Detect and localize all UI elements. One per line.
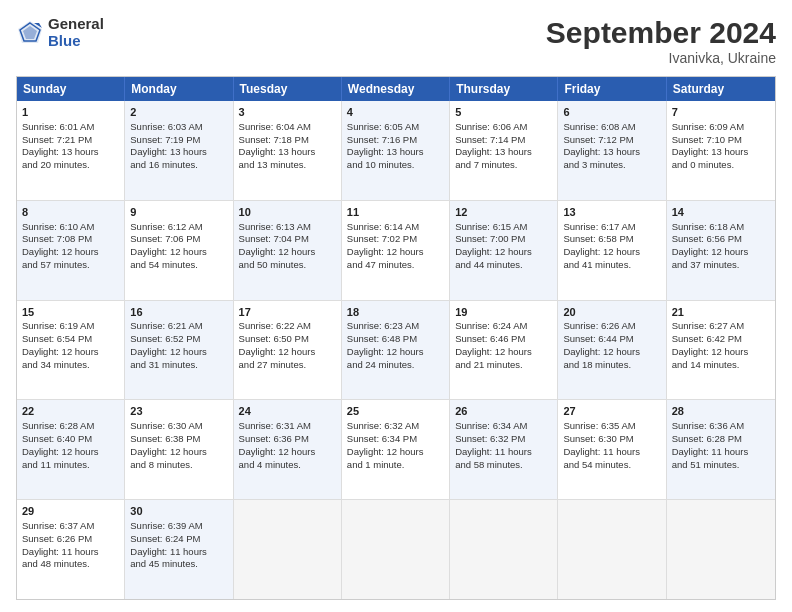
day-cell-4: 4Sunrise: 6:05 AMSunset: 7:16 PMDaylight… <box>342 101 450 200</box>
day-number: 25 <box>347 404 444 419</box>
day-cell-13: 13Sunrise: 6:17 AMSunset: 6:58 PMDayligh… <box>558 201 666 300</box>
day-info-line: Sunset: 7:14 PM <box>455 134 552 147</box>
day-info-line: and 8 minutes. <box>130 459 227 472</box>
day-info-line: and 7 minutes. <box>455 159 552 172</box>
day-info-line: Sunrise: 6:39 AM <box>130 520 227 533</box>
day-cell-2: 2Sunrise: 6:03 AMSunset: 7:19 PMDaylight… <box>125 101 233 200</box>
day-number: 1 <box>22 105 119 120</box>
day-info-line: Sunset: 6:26 PM <box>22 533 119 546</box>
day-cell-5: 5Sunrise: 6:06 AMSunset: 7:14 PMDaylight… <box>450 101 558 200</box>
day-info-line: Daylight: 12 hours <box>130 346 227 359</box>
day-number: 27 <box>563 404 660 419</box>
day-number: 2 <box>130 105 227 120</box>
day-info-line: Sunset: 6:32 PM <box>455 433 552 446</box>
day-cell-22: 22Sunrise: 6:28 AMSunset: 6:40 PMDayligh… <box>17 400 125 499</box>
day-info-line: Daylight: 12 hours <box>672 246 770 259</box>
day-info-line: and 44 minutes. <box>455 259 552 272</box>
day-number: 10 <box>239 205 336 220</box>
header: General Blue September 2024 Ivanivka, Uk… <box>16 16 776 66</box>
day-info-line: Sunset: 6:52 PM <box>130 333 227 346</box>
day-info-line: Sunrise: 6:21 AM <box>130 320 227 333</box>
day-number: 4 <box>347 105 444 120</box>
day-info-line: Daylight: 12 hours <box>22 446 119 459</box>
day-info-line: Sunrise: 6:15 AM <box>455 221 552 234</box>
header-day-thursday: Thursday <box>450 77 558 101</box>
day-info-line: Sunset: 7:06 PM <box>130 233 227 246</box>
day-cell-15: 15Sunrise: 6:19 AMSunset: 6:54 PMDayligh… <box>17 301 125 400</box>
header-day-wednesday: Wednesday <box>342 77 450 101</box>
day-info-line: Sunrise: 6:32 AM <box>347 420 444 433</box>
day-info-line: Sunrise: 6:04 AM <box>239 121 336 134</box>
day-info-line: Daylight: 13 hours <box>22 146 119 159</box>
logo-text: General Blue <box>48 16 104 49</box>
day-number: 17 <box>239 305 336 320</box>
day-number: 7 <box>672 105 770 120</box>
day-info-line: Daylight: 12 hours <box>347 446 444 459</box>
logo-icon <box>16 19 44 47</box>
empty-cell <box>342 500 450 599</box>
day-info-line: and 37 minutes. <box>672 259 770 272</box>
day-number: 8 <box>22 205 119 220</box>
day-info-line: Sunset: 6:30 PM <box>563 433 660 446</box>
day-info-line: and 11 minutes. <box>22 459 119 472</box>
day-info-line: Sunrise: 6:27 AM <box>672 320 770 333</box>
day-info-line: and 13 minutes. <box>239 159 336 172</box>
day-number: 22 <box>22 404 119 419</box>
day-info-line: and 14 minutes. <box>672 359 770 372</box>
day-cell-24: 24Sunrise: 6:31 AMSunset: 6:36 PMDayligh… <box>234 400 342 499</box>
day-info-line: Sunrise: 6:24 AM <box>455 320 552 333</box>
day-number: 24 <box>239 404 336 419</box>
day-info-line: Sunrise: 6:37 AM <box>22 520 119 533</box>
header-day-friday: Friday <box>558 77 666 101</box>
month-title: September 2024 <box>546 16 776 50</box>
day-info-line: Sunset: 6:50 PM <box>239 333 336 346</box>
header-day-tuesday: Tuesday <box>234 77 342 101</box>
day-info-line: Sunset: 7:18 PM <box>239 134 336 147</box>
day-info-line: Daylight: 13 hours <box>563 146 660 159</box>
day-cell-7: 7Sunrise: 6:09 AMSunset: 7:10 PMDaylight… <box>667 101 775 200</box>
day-cell-16: 16Sunrise: 6:21 AMSunset: 6:52 PMDayligh… <box>125 301 233 400</box>
day-cell-29: 29Sunrise: 6:37 AMSunset: 6:26 PMDayligh… <box>17 500 125 599</box>
day-info-line: Daylight: 13 hours <box>239 146 336 159</box>
header-day-saturday: Saturday <box>667 77 775 101</box>
day-number: 3 <box>239 105 336 120</box>
day-cell-1: 1Sunrise: 6:01 AMSunset: 7:21 PMDaylight… <box>17 101 125 200</box>
day-cell-21: 21Sunrise: 6:27 AMSunset: 6:42 PMDayligh… <box>667 301 775 400</box>
day-info-line: Sunset: 7:04 PM <box>239 233 336 246</box>
day-number: 26 <box>455 404 552 419</box>
day-info-line: Sunset: 7:00 PM <box>455 233 552 246</box>
day-info-line: Sunrise: 6:23 AM <box>347 320 444 333</box>
day-info-line: Sunset: 6:48 PM <box>347 333 444 346</box>
day-info-line: and 51 minutes. <box>672 459 770 472</box>
day-info-line: and 27 minutes. <box>239 359 336 372</box>
day-info-line: Sunset: 7:21 PM <box>22 134 119 147</box>
calendar-row-1: 8Sunrise: 6:10 AMSunset: 7:08 PMDaylight… <box>17 200 775 300</box>
day-info-line: Sunset: 6:58 PM <box>563 233 660 246</box>
day-number: 11 <box>347 205 444 220</box>
day-cell-18: 18Sunrise: 6:23 AMSunset: 6:48 PMDayligh… <box>342 301 450 400</box>
day-cell-30: 30Sunrise: 6:39 AMSunset: 6:24 PMDayligh… <box>125 500 233 599</box>
day-info-line: Daylight: 11 hours <box>130 546 227 559</box>
day-info-line: Sunrise: 6:14 AM <box>347 221 444 234</box>
day-cell-17: 17Sunrise: 6:22 AMSunset: 6:50 PMDayligh… <box>234 301 342 400</box>
day-cell-20: 20Sunrise: 6:26 AMSunset: 6:44 PMDayligh… <box>558 301 666 400</box>
day-number: 6 <box>563 105 660 120</box>
day-info-line: Sunset: 7:02 PM <box>347 233 444 246</box>
day-info-line: Daylight: 11 hours <box>672 446 770 459</box>
day-info-line: Sunrise: 6:35 AM <box>563 420 660 433</box>
day-info-line: Sunset: 6:40 PM <box>22 433 119 446</box>
logo-blue-text: Blue <box>48 33 104 50</box>
day-info-line: Daylight: 11 hours <box>563 446 660 459</box>
day-number: 12 <box>455 205 552 220</box>
day-info-line: Daylight: 12 hours <box>455 346 552 359</box>
day-info-line: Sunrise: 6:01 AM <box>22 121 119 134</box>
calendar-row-4: 29Sunrise: 6:37 AMSunset: 6:26 PMDayligh… <box>17 499 775 599</box>
day-number: 29 <box>22 504 119 519</box>
day-number: 5 <box>455 105 552 120</box>
day-info-line: Sunrise: 6:28 AM <box>22 420 119 433</box>
day-number: 13 <box>563 205 660 220</box>
day-cell-9: 9Sunrise: 6:12 AMSunset: 7:06 PMDaylight… <box>125 201 233 300</box>
day-info-line: and 1 minute. <box>347 459 444 472</box>
calendar-row-0: 1Sunrise: 6:01 AMSunset: 7:21 PMDaylight… <box>17 101 775 200</box>
day-info-line: Sunset: 7:16 PM <box>347 134 444 147</box>
